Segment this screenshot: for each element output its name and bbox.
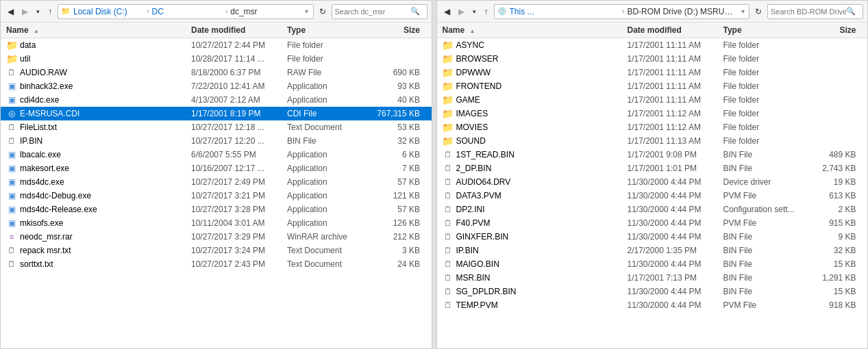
left-col-type-header[interactable]: Type xyxy=(282,24,371,36)
file-type-cell: File folder xyxy=(718,109,807,118)
file-name-cell: ◎ E-MSRUSA.CDI xyxy=(1,108,186,119)
left-forward-button[interactable]: ▶ xyxy=(19,5,31,18)
right-up-button[interactable]: ↑ xyxy=(482,5,491,18)
left-col-date-header[interactable]: Date modified xyxy=(186,24,282,36)
file-type-cell: File folder xyxy=(718,40,807,50)
table-row[interactable]: 🗒 SG_DPLDR.BIN 11/30/2000 4:44 PM BIN Fi… xyxy=(437,285,868,298)
file-name: FileList.txt xyxy=(20,122,57,132)
table-row[interactable]: 🗒 IP.BIN 10/27/2017 12:20 ... BIN File 3… xyxy=(1,134,432,148)
table-row[interactable]: 🗒 DP2.INI 11/30/2000 4:44 PM Configurati… xyxy=(437,203,868,216)
right-col-type-header[interactable]: Type xyxy=(718,24,807,36)
table-row[interactable]: 🗒 MSR.BIN 1/17/2001 7:13 PM BIN File 1,2… xyxy=(437,271,868,285)
table-row[interactable]: 🗒 DATA3.PVM 11/30/2000 4:44 PM PVM File … xyxy=(437,189,868,203)
file-date-cell: 1/17/2001 11:11 AM xyxy=(622,54,718,64)
right-address-bar[interactable]: 💿 This ... › BD-ROM Drive (D:) MSRUSA_EC… xyxy=(494,4,750,19)
table-row[interactable]: 🗒 F40.PVM 11/30/2000 4:44 PM PVM File 91… xyxy=(437,216,868,230)
exe-icon: ▣ xyxy=(6,149,17,160)
table-row[interactable]: ▣ mkisofs.exe 10/11/2004 3:01 AM Applica… xyxy=(1,216,432,230)
file-name-cell: 🗒 1ST_READ.BIN xyxy=(437,149,622,160)
table-row[interactable]: 📁 BROWSER 1/17/2001 11:11 AM File folder xyxy=(437,52,868,66)
left-dropdown-button[interactable]: ▾ xyxy=(34,7,42,16)
left-col-name-header[interactable]: Name ▲ xyxy=(1,24,186,36)
table-row[interactable]: ◎ E-MSRUSA.CDI 1/17/2001 8:19 PM CDI Fil… xyxy=(1,107,432,120)
file-type-cell: File folder xyxy=(718,54,807,64)
table-row[interactable]: 🗒 GINXFER.BIN 11/30/2000 4:44 PM BIN Fil… xyxy=(437,230,868,244)
table-row[interactable]: 🗒 1ST_READ.BIN 1/17/2001 9:08 PM BIN Fil… xyxy=(437,148,868,161)
file-type-cell: PVM File xyxy=(718,300,807,310)
right-search-bar[interactable]: 🔍 xyxy=(767,4,863,19)
left-search-input[interactable] xyxy=(335,8,410,16)
table-row[interactable]: 📁 data 10/27/2017 2:44 PM File folder xyxy=(1,38,432,52)
right-refresh-button[interactable]: ↻ xyxy=(752,5,765,18)
table-row[interactable]: 🗒 MAIGO.BIN 11/30/2000 4:44 PM BIN File … xyxy=(437,257,868,271)
right-back-button[interactable]: ◀ xyxy=(441,5,453,18)
file-icon: 🗒 xyxy=(443,163,454,174)
left-address-bar[interactable]: 📁 Local Disk (C:) › DC › dc_msr ▾ xyxy=(58,4,314,19)
right-file-list[interactable]: 📁 ASYNC 1/17/2001 11:11 AM File folder 📁… xyxy=(437,38,868,348)
table-row[interactable]: 📁 FRONTEND 1/17/2001 11:11 AM File folde… xyxy=(437,79,868,93)
right-col-name-header[interactable]: Name ▲ xyxy=(437,24,622,36)
left-back-button[interactable]: ◀ xyxy=(5,5,16,18)
table-row[interactable]: 📁 DPWWW 1/17/2001 11:11 AM File folder xyxy=(437,66,868,79)
table-row[interactable]: 🗒 repack msr.txt 10/27/2017 3:24 PM Text… xyxy=(1,244,432,257)
table-row[interactable]: 🗒 2_DP.BIN 1/17/2001 1:01 PM BIN File 2,… xyxy=(437,161,868,175)
file-name: makesort.exe xyxy=(20,164,69,173)
file-size-cell: 3 KB xyxy=(371,246,425,255)
file-type-cell: BIN File xyxy=(718,259,807,269)
table-row[interactable]: 🗒 sorttxt.txt 10/27/2017 2:43 PM Text Do… xyxy=(1,257,432,271)
table-row[interactable]: ▣ cdi4dc.exe 4/13/2007 2:12 AM Applicati… xyxy=(1,93,432,107)
left-name-sort-icon: ▲ xyxy=(34,28,39,34)
file-name-cell: 🗒 AUDIO64.DRV xyxy=(437,177,622,188)
left-search-bar[interactable]: 🔍 xyxy=(332,4,427,19)
right-search-input[interactable] xyxy=(771,8,846,16)
file-name-cell: 🗒 sorttxt.txt xyxy=(1,259,186,270)
table-row[interactable]: 📁 util 10/28/2017 11:14 ... File folder xyxy=(1,52,432,66)
file-type-cell: Text Document xyxy=(282,246,371,255)
file-name-cell: 🗒 MSR.BIN xyxy=(437,272,622,283)
file-date-cell: 1/17/2001 11:11 AM xyxy=(622,95,718,105)
right-address-expand[interactable]: ▾ xyxy=(740,8,746,15)
table-row[interactable]: 🗒 AUDIO.RAW 8/18/2000 6:37 PM RAW File 6… xyxy=(1,66,432,79)
file-type-cell: RAW File xyxy=(282,68,371,77)
left-col-size-header[interactable]: Size xyxy=(371,24,425,36)
left-file-list[interactable]: 📁 data 10/27/2017 2:44 PM File folder 📁 … xyxy=(1,38,432,348)
right-dropdown-button[interactable]: ▾ xyxy=(470,7,479,16)
left-column-header: Name ▲ Date modified Type Size xyxy=(1,23,432,38)
file-date-cell: 11/30/2000 4:44 PM xyxy=(622,287,718,296)
table-row[interactable]: 📁 SOUND 1/17/2001 11:13 AM File folder xyxy=(437,134,868,148)
right-forward-button[interactable]: ▶ xyxy=(456,5,467,18)
folder-icon: 📁 xyxy=(443,81,454,92)
file-size-cell: 918 KB xyxy=(807,300,862,310)
left-sep2: › xyxy=(225,8,227,15)
file-type-cell: File folder xyxy=(718,68,807,77)
table-row[interactable]: 🗒 TEMP.PVM 11/30/2000 4:44 PM PVM File 9… xyxy=(437,298,868,312)
left-up-button[interactable]: ↑ xyxy=(45,5,55,18)
file-date-cell: 11/30/2000 4:44 PM xyxy=(622,191,718,201)
table-row[interactable]: ▣ mds4dc.exe 10/27/2017 2:49 PM Applicat… xyxy=(1,175,432,189)
file-date-cell: 10/27/2017 12:18 ... xyxy=(186,122,282,132)
file-size-cell: 57 KB xyxy=(371,205,425,214)
right-col-size-header[interactable]: Size xyxy=(807,24,862,36)
file-name: repack msr.txt xyxy=(20,246,71,255)
table-row[interactable]: 📁 MOVIES 1/17/2001 11:12 AM File folder xyxy=(437,120,868,134)
table-row[interactable]: 🗒 IP.BIN 2/17/2000 1:35 PM BIN File 32 K… xyxy=(437,244,868,257)
file-name: mkisofs.exe xyxy=(20,218,63,228)
exe-icon: ▣ xyxy=(6,94,17,105)
table-row[interactable]: 📁 GAME 1/17/2001 11:11 AM File folder xyxy=(437,93,868,107)
table-row[interactable]: 📁 ASYNC 1/17/2001 11:11 AM File folder xyxy=(437,38,868,52)
right-col-date-header[interactable]: Date modified xyxy=(622,24,718,36)
table-row[interactable]: ▣ lbacalc.exe 6/6/2007 5:55 PM Applicati… xyxy=(1,148,432,161)
left-address-expand[interactable]: ▾ xyxy=(303,8,310,15)
left-refresh-button[interactable]: ↻ xyxy=(317,5,329,18)
table-row[interactable]: ▣ makesort.exe 10/16/2007 12:17 ... Appl… xyxy=(1,161,432,175)
table-row[interactable]: ▣ mds4dc-Release.exe 10/27/2017 3:28 PM … xyxy=(1,203,432,216)
table-row[interactable]: ≡ neodc_msr.rar 10/27/2017 3:29 PM WinRA… xyxy=(1,230,432,244)
table-row[interactable]: 🗒 FileList.txt 10/27/2017 12:18 ... Text… xyxy=(1,120,432,134)
table-row[interactable]: ▣ mds4dc-Debug.exe 10/27/2017 3:21 PM Ap… xyxy=(1,189,432,203)
table-row[interactable]: 🗒 AUDIO64.DRV 11/30/2000 4:44 PM Device … xyxy=(437,175,868,189)
file-name: AUDIO64.DRV xyxy=(456,177,511,187)
table-row[interactable]: 📁 IMAGES 1/17/2001 11:12 AM File folder xyxy=(437,107,868,120)
file-name-cell: ▣ binhack32.exe xyxy=(1,81,186,92)
table-row[interactable]: ▣ binhack32.exe 7/22/2010 12:41 AM Appli… xyxy=(1,79,432,93)
right-sep1: › xyxy=(622,8,624,15)
